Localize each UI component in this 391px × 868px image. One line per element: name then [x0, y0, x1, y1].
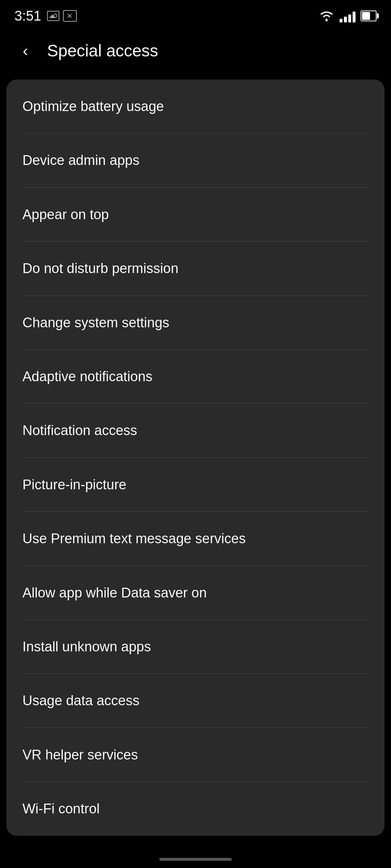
menu-item-do-not-disturb[interactable]: Do not disturb permission	[7, 242, 384, 295]
menu-item-picture-in-picture[interactable]: Picture-in-picture	[7, 458, 384, 512]
menu-item-label-device-admin: Device admin apps	[22, 152, 139, 169]
signal-bar-1	[340, 19, 342, 22]
signal-bar-3	[348, 14, 351, 22]
menu-item-label-install-unknown: Install unknown apps	[22, 638, 151, 656]
menu-item-label-adaptive-notifications: Adaptive notifications	[22, 368, 152, 386]
menu-item-label-vr-helper: VR helper services	[22, 746, 138, 764]
menu-list: Optimize battery usageDevice admin appsA…	[7, 80, 384, 836]
menu-item-label-appear-on-top: Appear on top	[22, 206, 109, 224]
svg-point-0	[325, 19, 328, 21]
menu-item-label-notification-access: Notification access	[22, 422, 137, 439]
battery-fill	[362, 12, 370, 20]
menu-item-label-change-system-settings: Change system settings	[22, 314, 169, 332]
x-mark: ✕	[67, 12, 73, 20]
menu-item-appear-on-top[interactable]: Appear on top	[7, 188, 384, 242]
menu-item-label-data-saver: Allow app while Data saver on	[22, 584, 207, 602]
menu-item-notification-access[interactable]: Notification access	[7, 404, 384, 458]
header: ‹ Special access	[0, 29, 391, 76]
back-arrow-icon: ‹	[23, 43, 28, 59]
menu-item-label-do-not-disturb: Do not disturb permission	[22, 260, 178, 277]
page-title: Special access	[47, 41, 158, 60]
menu-item-data-saver[interactable]: Allow app while Data saver on	[7, 566, 384, 620]
image-icon	[47, 11, 59, 21]
menu-item-label-usage-data: Usage data access	[22, 692, 139, 710]
signal-bar-4	[353, 12, 356, 22]
menu-item-device-admin[interactable]: Device admin apps	[7, 133, 384, 187]
menu-item-optimize-battery[interactable]: Optimize battery usage	[7, 80, 384, 133]
menu-item-label-picture-in-picture: Picture-in-picture	[22, 476, 126, 494]
signal-icon	[340, 9, 356, 22]
back-button[interactable]: ‹	[14, 40, 36, 61]
menu-item-usage-data[interactable]: Usage data access	[7, 674, 384, 728]
menu-item-vr-helper[interactable]: VR helper services	[7, 728, 384, 782]
battery-icon	[361, 10, 377, 21]
signal-bar-2	[344, 17, 347, 22]
menu-item-adaptive-notifications[interactable]: Adaptive notifications	[7, 350, 384, 404]
status-time: 3:51	[14, 8, 41, 24]
home-indicator	[159, 858, 232, 861]
status-icons-left: ✕	[47, 10, 77, 22]
status-left: 3:51 ✕	[14, 8, 77, 24]
menu-item-wifi-control[interactable]: Wi-Fi control	[7, 782, 384, 836]
wifi-icon	[319, 9, 335, 22]
menu-item-label-wifi-control: Wi-Fi control	[22, 800, 100, 818]
menu-item-label-optimize-battery: Optimize battery usage	[22, 98, 164, 115]
menu-item-install-unknown[interactable]: Install unknown apps	[7, 620, 384, 674]
x-icon: ✕	[63, 10, 77, 22]
menu-item-change-system-settings[interactable]: Change system settings	[7, 296, 384, 350]
menu-item-premium-sms[interactable]: Use Premium text message services	[7, 512, 384, 566]
menu-item-label-premium-sms: Use Premium text message services	[22, 530, 246, 548]
status-bar: 3:51 ✕	[0, 0, 391, 29]
status-right	[319, 9, 377, 22]
